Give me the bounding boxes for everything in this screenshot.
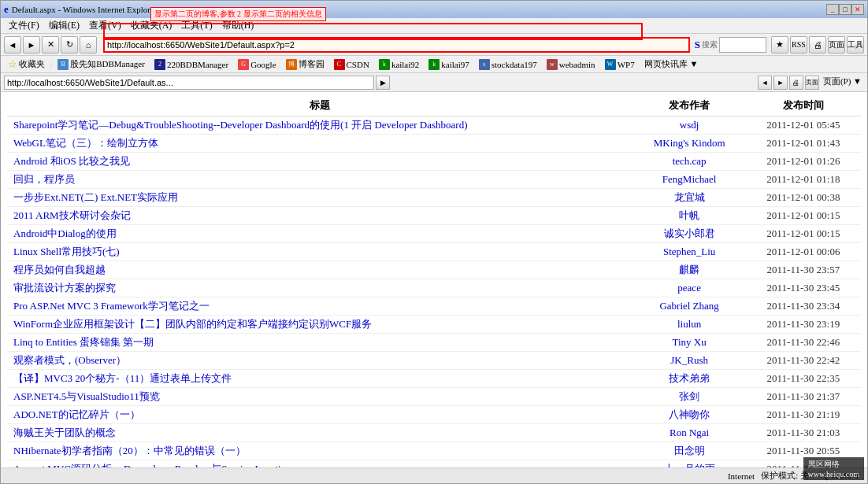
author-link[interactable]: 八神吻你 — [669, 408, 710, 420]
table-row: Android中Dialog的使用诚实小郎君2011-12-01 00:15 — [7, 225, 861, 243]
page-btn2[interactable]: 页面 — [805, 76, 819, 90]
author-link[interactable]: 麒麟 — [679, 264, 699, 275]
table-row: Sharepoint学习笔记—Debug&TroubleShooting--De… — [7, 116, 861, 135]
cell-author: 龙宜城 — [633, 189, 746, 207]
author-link[interactable]: FengMichael — [662, 173, 717, 185]
author-link[interactable]: peace — [677, 282, 701, 294]
cell-date: 2011-11-30 22:35 — [746, 370, 861, 388]
menu-tools[interactable]: 工具(T) — [176, 18, 217, 33]
stop-button[interactable]: ✕ — [42, 36, 59, 54]
table-row: Pro ASP.Net MVC 3 Framework学习笔记之一Gabriel… — [7, 297, 861, 316]
article-link[interactable]: 一步步Ext.NET(二) Ext.NET实际应用 — [13, 191, 178, 203]
table-row: 海贼王关于团队的概念Ron Ngai2011-11-30 21:03 — [7, 424, 861, 442]
search-logo: S — [695, 39, 700, 51]
forward-button[interactable]: ► — [23, 36, 40, 54]
article-link[interactable]: ADO.NET的记忆碎片（一） — [13, 408, 140, 420]
article-link[interactable]: Linq to Entities 蛋疼锦集 第一期 — [13, 336, 154, 348]
author-link[interactable]: liulun — [677, 318, 701, 330]
article-link[interactable]: Pro ASP.Net MVC 3 Framework学习笔记之一 — [13, 300, 210, 312]
article-link[interactable]: Android 和iOS 比较之我见 — [13, 155, 130, 167]
maximize-btn[interactable]: □ — [839, 4, 851, 15]
favorites-icon[interactable]: ★ — [771, 36, 788, 54]
home-button[interactable]: ⌂ — [80, 36, 97, 54]
prev-page-icon[interactable]: ◄ — [758, 76, 772, 90]
menu-favorites[interactable]: 收藏夹(A) — [126, 18, 177, 33]
article-link[interactable]: NHibernate初学者指南（20）：中常见的错误（一） — [13, 445, 246, 456]
cell-title: Pro ASP.Net MVC 3 Framework学习笔记之一 — [7, 297, 633, 316]
article-link[interactable]: WinForm企业应用框架设计【二】团队内部的约定和客户端接约定识别WCF服务 — [13, 318, 372, 330]
fav-kailai97[interactable]: k kailai97 — [425, 58, 473, 71]
minimize-btn[interactable]: _ — [826, 4, 839, 15]
fav-220bdmanager[interactable]: 2 220BDBManager — [150, 58, 232, 71]
cell-date: 2011-12-01 01:43 — [746, 135, 861, 153]
author-link[interactable]: Tiny Xu — [673, 336, 707, 348]
author-link[interactable]: JK_Rush — [670, 354, 708, 366]
author-link[interactable]: Ron Ngai — [670, 427, 709, 438]
author-link[interactable]: Stephen_Liu — [663, 246, 715, 257]
table-row: 程序员如何自我超越麒麟2011-11-30 23:57 — [7, 261, 861, 279]
menu-help[interactable]: 帮助(H) — [217, 18, 259, 33]
cell-author: 诚实小郎君 — [633, 225, 746, 243]
cell-title: Android中Dialog的使用 — [7, 225, 633, 243]
menu-edit[interactable]: 编辑(E) — [44, 18, 84, 33]
author-link[interactable]: 技术弟弟 — [669, 372, 710, 384]
cell-title: 审批流设计方案的探究 — [7, 279, 633, 297]
table-row: ASP.NET4.5与VisualStudio11预览张剑2011-11-30 … — [7, 388, 861, 406]
next-page-icon[interactable]: ► — [773, 76, 788, 90]
fav-stockdata[interactable]: s stockdata197 — [475, 58, 541, 71]
author-link[interactable]: wsdj — [680, 119, 699, 131]
fav-bdmanager[interactable]: B 股先知BDBManager — [54, 57, 149, 71]
col-header-author: 发布作者 — [633, 95, 746, 116]
article-link[interactable]: 审批流设计方案的探究 — [13, 282, 116, 294]
menu-file[interactable]: 文件(F) — [4, 18, 44, 33]
fav-google[interactable]: G Google — [234, 58, 280, 71]
article-link[interactable]: 海贼王关于团队的概念 — [13, 427, 116, 438]
tools-btn-tb[interactable]: 工具 — [847, 36, 864, 54]
fav-newsbar[interactable]: 网页快讯库 ▼ — [640, 57, 703, 71]
article-link[interactable]: 程序员如何自我超越 — [13, 264, 106, 275]
author-link[interactable]: 田念明 — [674, 445, 705, 456]
table-row: 【译】MVC3 20个秘方-（11）通过表单上传文件技术弟弟2011-11-30… — [7, 370, 861, 388]
fav-kailai92[interactable]: k kailai92 — [375, 58, 423, 71]
author-link[interactable]: 诚实小郎君 — [664, 227, 715, 239]
author-link[interactable]: MKing's Kindom — [654, 137, 725, 149]
article-link[interactable]: 回归，程序员 — [13, 173, 75, 185]
search-input[interactable] — [719, 37, 766, 53]
table-row: 2011 ARM技术研讨会杂记叶帆2011-12-01 00:15 — [7, 207, 861, 225]
address-input[interactable] — [103, 37, 690, 53]
article-link[interactable]: Linux Shell常用技巧(七) — [13, 246, 120, 257]
fav-wp7[interactable]: W WP7 — [601, 58, 639, 71]
article-link[interactable]: 2011 ARM技术研讨会杂记 — [13, 209, 131, 221]
author-link[interactable]: 张剑 — [679, 390, 699, 402]
article-link[interactable]: 【译】MVC3 20个秘方-（11）通过表单上传文件 — [13, 372, 232, 384]
author-link[interactable]: 龙宜城 — [674, 191, 705, 203]
fav-cnblogs[interactable]: 博 博客园 — [282, 57, 328, 71]
close-btn[interactable]: ✕ — [851, 4, 864, 15]
table-row: Linq to Entities 蛋疼锦集 第一期Tiny Xu2011-11-… — [7, 334, 861, 352]
address2-input[interactable] — [4, 76, 374, 90]
refresh-button[interactable]: ↻ — [61, 36, 78, 54]
back-button[interactable]: ◄ — [4, 36, 21, 54]
fav-webadmin[interactable]: w webadmin — [543, 58, 599, 71]
article-link[interactable]: Android中Dialog的使用 — [13, 227, 117, 239]
title-bar-text: Default.aspx - Windows Internet Explorer — [12, 5, 158, 14]
favorites-label[interactable]: ☆ 收藏夹 — [4, 57, 49, 72]
addr2-go-btn[interactable]: ▶ — [376, 76, 390, 90]
fav-csdn[interactable]: C CSDN — [330, 58, 373, 71]
cell-date: 2011-11-30 22:46 — [746, 334, 861, 352]
col-header-date: 发布时间 — [746, 95, 861, 116]
article-link[interactable]: Sharepoint学习笔记—Debug&TroubleShooting--De… — [13, 119, 467, 131]
article-link[interactable]: ASP.NET4.5与VisualStudio11预览 — [13, 390, 160, 402]
author-link[interactable]: 叶帆 — [679, 209, 699, 221]
menu-view[interactable]: 查看(V) — [84, 18, 126, 33]
article-link[interactable]: WebGL笔记（三）：绘制立方体 — [13, 137, 158, 149]
page-btn[interactable]: 页面 — [828, 36, 845, 54]
cell-title: 观察者模式，(Observer） — [7, 352, 633, 370]
article-link[interactable]: 观察者模式，(Observer） — [13, 354, 126, 366]
author-link[interactable]: tech.cap — [673, 155, 707, 167]
author-link[interactable]: Gabriel Zhang — [659, 300, 718, 312]
print-btn[interactable]: 🖨 — [809, 36, 826, 54]
print-icon2[interactable]: 🖨 — [789, 76, 803, 90]
table-row: WinForm企业应用框架设计【二】团队内部的约定和客户端接约定识别WCF服务l… — [7, 316, 861, 334]
rss-btn[interactable]: RSS — [790, 36, 807, 54]
